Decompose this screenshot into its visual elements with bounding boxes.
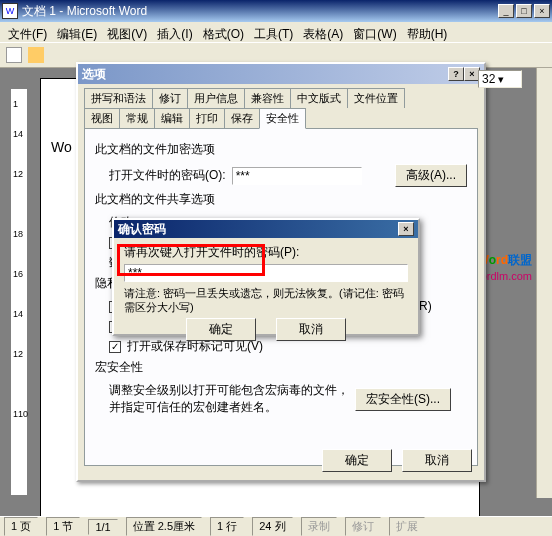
status-bar: 1 页 1 节 1/1 位置 2.5厘米 1 行 24 列 录制 修订 扩展 <box>0 516 552 536</box>
status-position: 位置 2.5厘米 <box>126 517 202 536</box>
menu-view[interactable]: 视图(V) <box>103 24 151 40</box>
menubar: 文件(F) 编辑(E) 视图(V) 插入(I) 格式(O) 工具(T) 表格(A… <box>0 22 552 42</box>
tab-view[interactable]: 视图 <box>84 108 120 128</box>
open-password-input[interactable] <box>232 167 362 185</box>
menu-insert[interactable]: 插入(I) <box>153 24 196 40</box>
close-button[interactable]: × <box>534 4 550 18</box>
status-pages: 1/1 <box>88 519 117 535</box>
share-group-label: 此文档的文件共享选项 <box>95 191 467 208</box>
tab-edit[interactable]: 编辑 <box>154 108 190 128</box>
macro-security-button[interactable]: 宏安全性(S)... <box>355 388 451 411</box>
confirm-cancel-button[interactable]: 取消 <box>276 318 346 341</box>
menu-file[interactable]: 文件(F) <box>4 24 51 40</box>
status-page: 1 页 <box>4 517 38 536</box>
tab-track[interactable]: 修订 <box>152 88 188 108</box>
menu-tools[interactable]: 工具(T) <box>250 24 297 40</box>
options-titlebar: 选项 ? × <box>78 64 484 84</box>
confirm-ok-button[interactable]: 确定 <box>186 318 256 341</box>
confirm-title: 确认密码 <box>118 221 398 238</box>
open-icon[interactable] <box>28 47 44 63</box>
tab-print[interactable]: 打印 <box>189 108 225 128</box>
status-section: 1 节 <box>46 517 80 536</box>
vertical-ruler: 1 14 12 18 16 14 12 110 <box>10 88 28 496</box>
confirm-password-dialog: 确认密码 × 请再次键入打开文件时的密码(P): 请注意: 密码一旦丢失或遗忘，… <box>112 218 420 336</box>
confirm-close-button[interactable]: × <box>398 222 414 236</box>
menu-edit[interactable]: 编辑(E) <box>53 24 101 40</box>
advanced-button[interactable]: 高级(A)... <box>395 164 467 187</box>
word-icon: W <box>2 3 18 19</box>
menu-help[interactable]: 帮助(H) <box>403 24 452 40</box>
tab-fileloc[interactable]: 文件位置 <box>347 88 405 108</box>
confirm-password-input[interactable] <box>124 264 408 282</box>
status-rec: 录制 <box>301 517 337 536</box>
options-cancel-button[interactable]: 取消 <box>402 449 472 472</box>
tab-asian[interactable]: 中文版式 <box>290 88 348 108</box>
confirm-password-label: 请再次键入打开文件时的密码(P): <box>124 244 408 261</box>
status-rev: 修订 <box>345 517 381 536</box>
tab-spelling[interactable]: 拼写和语法 <box>84 88 153 108</box>
options-help-button[interactable]: ? <box>448 67 464 81</box>
tab-general[interactable]: 常规 <box>119 108 155 128</box>
tab-security[interactable]: 安全性 <box>259 108 306 129</box>
zoom-input[interactable]: 32 ▾ <box>478 70 522 88</box>
options-title: 选项 <box>82 66 448 83</box>
confirm-note: 请注意: 密码一旦丢失或遗忘，则无法恢复。(请记住: 密码需区分大小写) <box>124 286 408 314</box>
maximize-button[interactable]: □ <box>516 4 532 18</box>
encrypt-group-label: 此文档的文件加密选项 <box>95 141 467 158</box>
options-tabs: 拼写和语法 修订 用户信息 兼容性 中文版式 文件位置 视图 常规 编辑 打印 … <box>84 88 478 128</box>
status-ext: 扩展 <box>389 517 425 536</box>
tab-userinfo[interactable]: 用户信息 <box>187 88 245 108</box>
menu-window[interactable]: 窗口(W) <box>349 24 400 40</box>
tab-save[interactable]: 保存 <box>224 108 260 128</box>
menu-format[interactable]: 格式(O) <box>199 24 248 40</box>
status-line: 1 行 <box>210 517 244 536</box>
main-titlebar: W 文档 1 - Microsoft Word _ □ × <box>0 0 552 22</box>
new-doc-icon[interactable] <box>6 47 22 63</box>
tab-compat[interactable]: 兼容性 <box>244 88 291 108</box>
macro-group-label: 宏安全性 <box>95 359 467 376</box>
window-title: 文档 1 - Microsoft Word <box>22 3 498 20</box>
open-password-label: 打开文件时的密码(O): <box>109 167 226 184</box>
minimize-button[interactable]: _ <box>498 4 514 18</box>
confirm-titlebar: 确认密码 × <box>114 220 418 238</box>
macro-text: 调整安全级别以打开可能包含宏病毒的文件，并指定可信任的宏创建者姓名。 <box>109 382 349 416</box>
options-ok-button[interactable]: 确定 <box>322 449 392 472</box>
status-col: 24 列 <box>252 517 292 536</box>
menu-table[interactable]: 表格(A) <box>299 24 347 40</box>
vertical-scrollbar[interactable] <box>536 68 552 498</box>
